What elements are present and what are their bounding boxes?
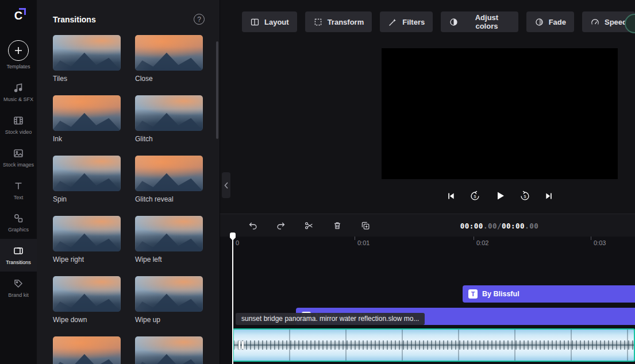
sidebar-item-text[interactable]: Text	[0, 174, 37, 207]
transition-label: Wipe right	[53, 255, 121, 264]
transition-item-wipe-down[interactable]: Wipe down	[53, 276, 121, 324]
sidebar-item-label: Music & SFX	[3, 97, 33, 103]
text-icon	[13, 180, 24, 192]
sidebar-item-label: Stock video	[5, 130, 32, 135]
panel-header: Transitions ?	[37, 0, 220, 25]
transition-label: Glitch reveal	[135, 195, 203, 203]
music-note-icon	[13, 82, 24, 94]
svg-text:5: 5	[474, 194, 476, 199]
play-button[interactable]	[493, 189, 507, 203]
panel-scrollbar[interactable]	[216, 41, 218, 139]
plus-icon	[8, 40, 29, 61]
transform-icon	[313, 17, 323, 27]
button-label: Fade	[549, 18, 566, 26]
transition-thumbnail	[53, 95, 121, 131]
sidebar-item-label: Transitions	[6, 260, 31, 266]
transitions-grid: Tiles Close Ink Glitch Spin Glitch revea…	[37, 25, 220, 364]
transition-thumbnail	[135, 35, 203, 71]
collapse-panel-button[interactable]	[222, 172, 230, 198]
chevron-left-icon	[224, 182, 229, 189]
filters-button[interactable]: Filters	[380, 11, 433, 32]
button-label: Filters	[402, 18, 425, 26]
button-label: Transform	[328, 18, 364, 26]
total-time: 00:00	[502, 222, 525, 230]
svg-text:5: 5	[524, 194, 526, 199]
transitions-icon	[13, 245, 24, 257]
redo-button[interactable]	[275, 219, 287, 232]
shapes-icon	[13, 212, 24, 224]
transition-label: Spin	[53, 195, 121, 203]
transitions-panel: Transitions ? Tiles Close Ink Glitch	[37, 0, 220, 364]
pause-icon	[238, 341, 244, 349]
transition-thumbnail	[53, 35, 121, 71]
jump-back-5-button[interactable]: 5	[468, 189, 482, 203]
transition-item-glitch-reveal[interactable]: Glitch reveal	[135, 156, 203, 203]
help-button[interactable]: ?	[194, 14, 205, 25]
editor-main: Layout Transform Filters Adjust colors F…	[220, 0, 635, 364]
transition-item-wipe-left[interactable]: Wipe left	[135, 216, 203, 264]
jump-forward-5-icon: 5	[519, 191, 530, 202]
ruler-label: 0:03	[594, 239, 606, 246]
text-clip-by-blissful[interactable]: T By Blissful	[463, 285, 635, 303]
skip-to-start-button[interactable]	[445, 190, 457, 202]
layout-button[interactable]: Layout	[242, 11, 297, 32]
skip-start-icon	[446, 191, 456, 201]
playhead[interactable]	[230, 233, 236, 364]
transform-button[interactable]: Transform	[305, 11, 372, 32]
button-label: Layout	[264, 18, 289, 26]
sidebar-item-music-sfx[interactable]: Music & SFX	[0, 76, 37, 109]
transition-label: Tiles	[53, 75, 121, 83]
sidebar-item-transitions[interactable]: Transitions	[0, 239, 37, 272]
current-time-frac: .00	[483, 222, 497, 230]
layout-icon	[250, 17, 260, 27]
fade-button[interactable]: Fade	[526, 11, 574, 32]
time-separator: /	[497, 222, 502, 230]
sidebar-item-stock-video[interactable]: Stock video	[0, 109, 37, 141]
timeline-ruler[interactable]: 0 0:01 0:02 0:03	[220, 237, 635, 251]
delete-button[interactable]	[331, 219, 344, 232]
sidebar-item-stock-images[interactable]: Stock images	[0, 141, 37, 174]
transition-thumbnail	[135, 216, 203, 251]
sidebar-item-templates[interactable]: Templates	[0, 32, 37, 76]
transition-item-partial[interactable]	[53, 336, 121, 364]
scissors-icon	[304, 220, 314, 231]
speed-gauge-icon	[590, 17, 600, 27]
skip-to-end-button[interactable]	[543, 190, 555, 202]
split-button[interactable]	[303, 219, 315, 232]
ruler-label: 0:02	[476, 239, 488, 246]
undo-icon	[248, 220, 258, 231]
ruler-label: 0:01	[357, 239, 370, 246]
transition-item-wipe-right[interactable]: Wipe right	[53, 216, 121, 264]
transition-thumbnail	[135, 156, 203, 191]
transition-item-glitch[interactable]: Glitch	[135, 95, 203, 143]
transition-item-ink[interactable]: Ink	[53, 95, 121, 143]
jump-back-5-icon: 5	[469, 191, 480, 202]
sidebar-item-brand-kit[interactable]: Brand kit	[0, 272, 37, 304]
transition-item-wipe-up[interactable]: Wipe up	[135, 276, 203, 324]
transition-label: Wipe up	[135, 316, 203, 324]
duplicate-button[interactable]	[359, 219, 372, 232]
logo-letter: C	[14, 9, 22, 22]
film-strip-icon	[13, 115, 24, 126]
text-clip-icon: T	[468, 289, 478, 299]
filters-wand-icon	[388, 17, 398, 27]
video-clip[interactable]	[233, 328, 635, 362]
transition-item-spin[interactable]: Spin	[53, 156, 121, 203]
video-preview[interactable]	[382, 48, 618, 179]
transition-label: Glitch	[135, 135, 203, 143]
transition-item-tiles[interactable]: Tiles	[53, 35, 121, 83]
undo-button[interactable]	[247, 219, 259, 232]
sidebar-item-graphics[interactable]: Graphics	[0, 206, 37, 239]
jump-forward-5-button[interactable]: 5	[518, 189, 532, 203]
transition-thumbnail	[53, 156, 121, 191]
fade-icon	[534, 17, 544, 27]
sidebar-item-label: Stock images	[3, 162, 34, 168]
ruler-label: 0	[236, 239, 239, 246]
clipchamp-logo[interactable]: C	[9, 6, 28, 25]
transition-item-partial[interactable]	[135, 336, 203, 364]
adjust-colors-button[interactable]: Adjust colors	[441, 11, 518, 32]
button-label: Speed	[605, 18, 627, 26]
timeline-toolbar: 00:00.00 / 00:00.00	[220, 214, 635, 237]
effects-toolbar: Layout Transform Filters Adjust colors F…	[242, 11, 635, 32]
transition-item-close[interactable]: Close	[135, 35, 203, 83]
